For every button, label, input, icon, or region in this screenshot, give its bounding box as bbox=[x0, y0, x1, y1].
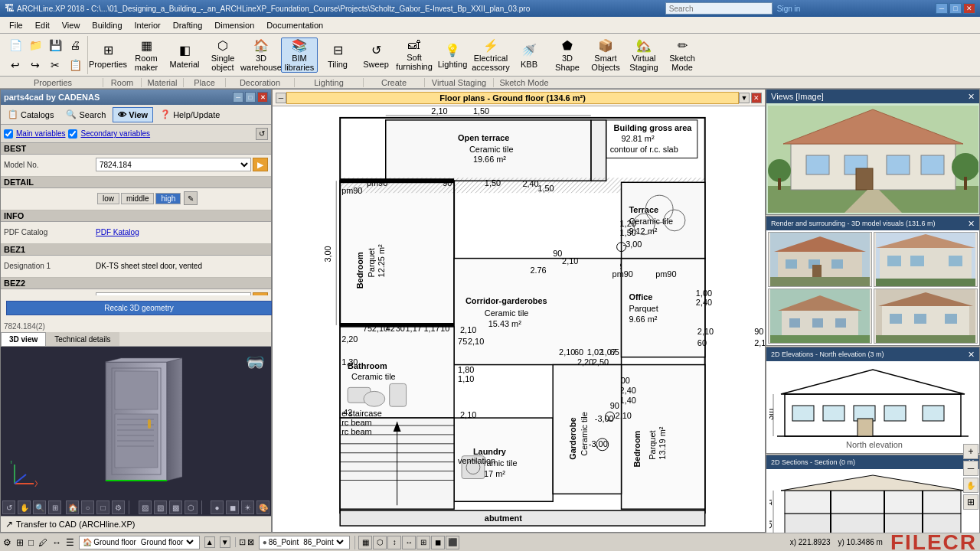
view-wire-btn[interactable]: ⬡ bbox=[185, 500, 198, 514]
tool-btn-3[interactable]: ↕ bbox=[387, 536, 401, 549]
hand-tool-btn[interactable]: ✋ bbox=[963, 478, 978, 493]
transfer-btn[interactable]: ↗ Transfer to CAD (ARCHline.XP) bbox=[1, 516, 271, 532]
catalogs-tab[interactable]: 📋 Catalogs bbox=[2, 107, 59, 122]
thumbnail-4[interactable] bbox=[874, 289, 978, 344]
menu-view[interactable]: View bbox=[56, 19, 87, 31]
dimension-icon[interactable]: ↔ bbox=[52, 537, 61, 548]
views-image-close[interactable]: ✕ bbox=[968, 92, 975, 102]
zoom-out-btn[interactable]: ─ bbox=[963, 461, 978, 476]
tool-btn-7[interactable]: ⬛ bbox=[446, 536, 459, 549]
model-go-btn[interactable]: ▶ bbox=[253, 158, 268, 171]
thumbnail-3[interactable] bbox=[768, 289, 872, 344]
main-var-checkbox[interactable] bbox=[4, 129, 13, 139]
point-select[interactable]: 86_Point bbox=[300, 537, 346, 547]
view-house-btn[interactable]: 🏠 bbox=[66, 500, 79, 514]
tool-btn-4[interactable]: ↔ bbox=[402, 536, 416, 549]
menu-documentation[interactable]: Documentation bbox=[260, 19, 329, 31]
view-fit-btn[interactable]: ⊞ bbox=[48, 500, 61, 514]
sign-in-link[interactable]: Sign in bbox=[777, 5, 801, 13]
3d-warehouse-btn[interactable]: 🏠 3D warehouse bbox=[243, 37, 279, 73]
elevations-close[interactable]: ✕ bbox=[968, 350, 975, 360]
list-icon[interactable]: ☰ bbox=[66, 537, 74, 548]
secondary-variables-link[interactable]: Secondary variables bbox=[80, 129, 150, 138]
nav-down-btn[interactable]: ▼ bbox=[220, 536, 230, 548]
properties-scroll[interactable]: BEST Model No. 7824.184 ▶ DETAIL bbox=[1, 143, 271, 295]
maximize-btn[interactable]: □ bbox=[949, 3, 962, 14]
ortho-btn[interactable]: ⊠ bbox=[247, 537, 254, 547]
fp-expand-btn[interactable]: ▼ bbox=[739, 93, 750, 103]
copy-btn[interactable]: 📋 bbox=[66, 56, 84, 74]
minimize-btn[interactable]: ─ bbox=[936, 3, 948, 14]
help-tab[interactable]: ❓ Help/Update bbox=[155, 107, 225, 122]
menu-file[interactable]: File bbox=[3, 19, 29, 31]
view-circle-btn[interactable]: ○ bbox=[81, 500, 94, 514]
new-btn[interactable]: 📄 bbox=[6, 36, 24, 54]
view-sphere-btn[interactable]: ● bbox=[211, 500, 224, 514]
sketch-mode-btn[interactable]: ✏ Sketch Mode bbox=[664, 37, 701, 73]
technical-details-tab[interactable]: Technical details bbox=[46, 332, 119, 346]
view-shade2-btn[interactable]: ▧ bbox=[154, 500, 167, 514]
fp-close-btn[interactable]: ✕ bbox=[751, 93, 762, 103]
lighting-btn[interactable]: 💡 Lighting bbox=[434, 37, 471, 73]
zoom-in-btn[interactable]: + bbox=[963, 444, 978, 459]
view-cube-btn[interactable]: ◼ bbox=[226, 500, 239, 514]
detail-edit-btn[interactable]: ✎ bbox=[184, 191, 198, 205]
fp-minimize-btn[interactable]: ─ bbox=[276, 93, 286, 103]
redo-btn[interactable]: ↪ bbox=[26, 56, 44, 74]
3d-view-tab[interactable]: 3D view bbox=[1, 332, 46, 346]
snap-btn[interactable]: ⊡ bbox=[239, 537, 246, 547]
3d-shape-btn[interactable]: ⬟ 3D Shape bbox=[549, 37, 586, 73]
menu-interior[interactable]: Interior bbox=[129, 19, 167, 31]
reset-btn[interactable]: ↺ bbox=[256, 128, 268, 140]
pdf-catalog-link[interactable]: PDF Katalog bbox=[96, 228, 139, 236]
view-settings-btn[interactable]: ⚙ bbox=[112, 500, 125, 514]
detail-high-btn[interactable]: high bbox=[155, 193, 181, 204]
view-shade1-btn[interactable]: ▨ bbox=[139, 500, 152, 514]
tool-btn-2[interactable]: ⬡ bbox=[373, 536, 387, 549]
model-no-select[interactable]: 7824.184 bbox=[96, 158, 251, 171]
floor-select[interactable]: Ground floor bbox=[138, 537, 196, 547]
print-btn[interactable]: 🖨 bbox=[66, 36, 84, 54]
menu-building[interactable]: Building bbox=[86, 19, 128, 31]
detail-low-btn[interactable]: low bbox=[97, 193, 119, 204]
tool-btn-1[interactable]: ▦ bbox=[358, 536, 372, 549]
grid-btn[interactable]: ⊞ bbox=[963, 494, 978, 510]
smart-objects-btn[interactable]: 📦 Smart Objects bbox=[587, 37, 624, 73]
view-light-btn[interactable]: ☀ bbox=[241, 500, 254, 514]
virtual-staging-btn[interactable]: 🏡 Virtual Staging bbox=[626, 37, 662, 73]
kbb-btn[interactable]: 🚿 KBB bbox=[511, 37, 547, 73]
detail-middle-btn[interactable]: middle bbox=[121, 193, 154, 204]
view-rotate-btn[interactable]: ↺ bbox=[2, 500, 15, 514]
search-input[interactable] bbox=[665, 2, 773, 15]
close-btn[interactable]: ✕ bbox=[963, 3, 975, 14]
main-variables-link[interactable]: Main variables bbox=[16, 129, 65, 138]
settings-icon[interactable]: ⚙ bbox=[3, 537, 11, 548]
soft-furnishing-btn[interactable]: 🛋 Soft furnishing bbox=[396, 37, 433, 73]
view-box-btn[interactable]: □ bbox=[96, 500, 109, 514]
panel-minimize-btn[interactable]: ─ bbox=[233, 92, 243, 103]
secondary-var-checkbox[interactable] bbox=[68, 129, 77, 139]
view-shade3-btn[interactable]: ▩ bbox=[169, 500, 182, 514]
undo-btn[interactable]: ↩ bbox=[6, 56, 24, 74]
save-btn[interactable]: 💾 bbox=[46, 36, 64, 54]
thumbnail-2[interactable] bbox=[874, 232, 978, 287]
bim-libraries-btn[interactable]: 📚 BIM libraries bbox=[281, 37, 318, 73]
view-render-btn[interactable]: 🎨 bbox=[256, 500, 270, 514]
single-object-btn[interactable]: ⬡ Single object bbox=[204, 37, 241, 73]
view-zoom-btn[interactable]: 🔍 bbox=[33, 500, 46, 514]
floor-plan-canvas[interactable]: Building gross area 92.81 m² contour of … bbox=[273, 106, 765, 532]
tool-btn-6[interactable]: ◼ bbox=[431, 536, 445, 549]
nav-up-btn[interactable]: ▲ bbox=[204, 536, 215, 548]
room-maker-btn[interactable]: ▦ Room maker bbox=[128, 37, 165, 73]
menu-dimension[interactable]: Dimension bbox=[208, 19, 260, 31]
electrical-btn[interactable]: ⚡ Electrical accessory bbox=[472, 37, 509, 73]
thumbnail-1[interactable] bbox=[768, 232, 872, 287]
view-pan-btn[interactable]: ✋ bbox=[18, 500, 31, 514]
material-btn[interactable]: ◧ Material bbox=[166, 37, 203, 73]
tool-btn-5[interactable]: ⊞ bbox=[416, 536, 430, 549]
menu-edit[interactable]: Edit bbox=[29, 19, 56, 31]
render-close[interactable]: ✕ bbox=[968, 219, 975, 229]
panel-maximize-btn[interactable]: □ bbox=[245, 92, 256, 103]
view-tab[interactable]: 👁 View bbox=[113, 107, 153, 122]
panel-close-btn[interactable]: ✕ bbox=[257, 92, 268, 103]
